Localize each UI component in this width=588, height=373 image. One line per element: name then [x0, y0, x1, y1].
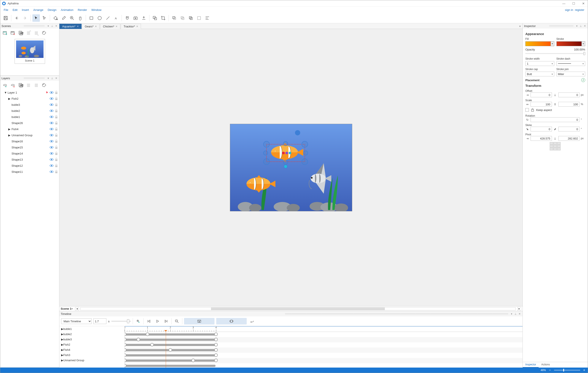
keyframe[interactable] — [214, 332, 218, 336]
lock-icon[interactable] — [55, 139, 58, 143]
visibility-icon[interactable] — [50, 128, 53, 131]
menu-insert[interactable]: Insert — [20, 7, 31, 12]
scroll-left-button[interactable]: ◄ — [75, 307, 79, 310]
delete-scene-button[interactable] — [10, 30, 16, 36]
visibility-icon[interactable] — [50, 103, 53, 106]
scroll-right-button[interactable]: ► — [517, 307, 521, 310]
timeline-track[interactable] — [125, 332, 523, 337]
layers-close-button[interactable]: ✕ — [54, 76, 58, 80]
scene-strip-name[interactable]: Scene 1 — [61, 307, 71, 310]
timeline-track-name[interactable]: ▶Unnamed Group — [59, 358, 125, 363]
lock-icon[interactable] — [55, 127, 58, 131]
scenes-close-button[interactable]: ✕ — [54, 24, 58, 28]
expand-icon[interactable]: ▶ — [61, 353, 63, 357]
expand-icon[interactable]: ▶ — [61, 327, 63, 330]
delete-layer-button[interactable] — [10, 82, 16, 88]
inspector-pin-button[interactable]: ⊥ — [579, 24, 583, 28]
menu-render[interactable]: Render — [75, 7, 89, 12]
timeline-track-name[interactable]: ▶Fish4 — [59, 347, 125, 352]
scenes-pin-button[interactable]: ⊥ — [51, 24, 54, 28]
rotation-input[interactable] — [531, 117, 579, 122]
document-tab[interactable]: Tracktor*✕ — [121, 24, 141, 29]
pivot-y-input[interactable] — [558, 136, 580, 141]
visibility-icon[interactable] — [50, 134, 53, 137]
expand-icon[interactable]: ▼ — [4, 91, 7, 94]
scale-x-input[interactable] — [531, 102, 552, 107]
return-button[interactable] — [248, 318, 255, 324]
window-minimize-button[interactable]: — — [561, 1, 567, 6]
stroke-join-combo[interactable]: Miter — [556, 72, 585, 76]
scale-y-input[interactable] — [558, 102, 580, 107]
stroke-width-combo[interactable]: 1 — [525, 61, 554, 66]
offset-y-input[interactable] — [558, 93, 580, 97]
keep-aspect-checkbox[interactable]: Keep aspect — [525, 108, 585, 112]
eyedropper-tool[interactable] — [60, 14, 67, 22]
direct-select-tool[interactable] — [41, 14, 48, 22]
signin-link[interactable]: sign in — [565, 8, 573, 11]
expand-icon[interactable]: ▶ — [8, 97, 11, 100]
timeline-close-button[interactable]: ✕ — [518, 312, 521, 316]
skew-y-input[interactable] — [558, 127, 580, 131]
keyframe[interactable] — [214, 359, 218, 362]
stroke-cap-combo[interactable]: Butt — [525, 72, 554, 76]
line-tool[interactable] — [104, 14, 112, 22]
scene-strip-dropdown[interactable]: ▾ — [71, 307, 73, 310]
union-tool[interactable] — [170, 14, 178, 22]
timeline-track[interactable] — [125, 358, 523, 363]
timeline-dropdown-button[interactable]: ▾ — [510, 312, 513, 316]
visibility-icon[interactable] — [50, 164, 53, 167]
pivot-grid[interactable] — [550, 142, 561, 150]
keyframe[interactable] — [168, 348, 172, 352]
visibility-icon[interactable] — [50, 121, 53, 125]
scenes-dropdown-button[interactable]: ▾ — [47, 24, 50, 28]
expand-icon[interactable]: ▶ — [61, 338, 63, 341]
keyframe[interactable] — [214, 353, 218, 357]
expand-icon[interactable]: ▶ — [61, 343, 63, 346]
register-link[interactable]: register — [575, 8, 584, 11]
subtract-tool[interactable] — [179, 14, 186, 22]
lock-icon[interactable] — [55, 91, 58, 94]
add-scene-button[interactable] — [2, 30, 8, 36]
layer-row[interactable]: buble1 — [0, 114, 59, 120]
text-tool[interactable]: A — [113, 14, 120, 22]
scene-tag-button[interactable] — [41, 30, 47, 36]
info-icon[interactable]: i — [581, 78, 585, 82]
layer-row[interactable]: Shape16 — [0, 138, 59, 144]
menu-arrange[interactable]: Arrange — [31, 7, 45, 12]
fill-swatch[interactable]: ▼ — [525, 41, 554, 46]
combine-tool[interactable] — [151, 14, 158, 22]
expand-icon[interactable]: ▶ — [61, 332, 63, 336]
close-icon[interactable]: ✕ — [116, 25, 117, 28]
visibility-icon[interactable] — [50, 140, 53, 143]
layer-row[interactable]: ▶Fish4 — [0, 126, 59, 132]
window-close-button[interactable]: ✕ — [581, 1, 586, 6]
timeline-track-name[interactable]: ▶buble1 — [59, 326, 125, 331]
zoom-in-button[interactable]: + — [583, 368, 585, 372]
visibility-icon[interactable] — [50, 97, 53, 100]
lock-icon[interactable] — [55, 103, 58, 107]
visibility-icon[interactable] — [50, 109, 53, 112]
zoom-out-button[interactable]: − — [549, 368, 551, 372]
stroke-dash-combo[interactable] — [556, 61, 585, 66]
menu-design[interactable]: Design — [45, 7, 59, 12]
document-tab[interactable]: Chicken*✕ — [100, 24, 120, 29]
duplicate-scene-button[interactable]: ×2 — [18, 30, 24, 36]
loop-button[interactable] — [216, 318, 247, 324]
keyframe[interactable] — [150, 343, 154, 346]
timeline-select[interactable]: Main Timeline — [61, 318, 92, 324]
expand-icon[interactable]: ▶ — [8, 128, 11, 131]
keyframe[interactable] — [214, 348, 218, 352]
intersect-tool[interactable] — [187, 14, 194, 22]
document-tab[interactable]: Aquarium*✕ — [59, 24, 82, 29]
zoom-tool[interactable] — [68, 14, 76, 22]
playhead[interactable] — [166, 332, 166, 368]
lock-icon[interactable] — [55, 170, 58, 173]
lock-icon[interactable] — [55, 152, 58, 155]
layer-up-button[interactable] — [25, 82, 32, 88]
lock-icon[interactable] — [55, 133, 58, 137]
redo-button[interactable] — [21, 14, 29, 22]
keyframe[interactable] — [214, 343, 218, 346]
timeline-track-name[interactable]: ▶Fish2 — [59, 342, 125, 347]
layer-row[interactable]: ▶Fish2 — [0, 96, 59, 102]
layer-row[interactable]: ▼Layer 1 — [0, 89, 59, 96]
